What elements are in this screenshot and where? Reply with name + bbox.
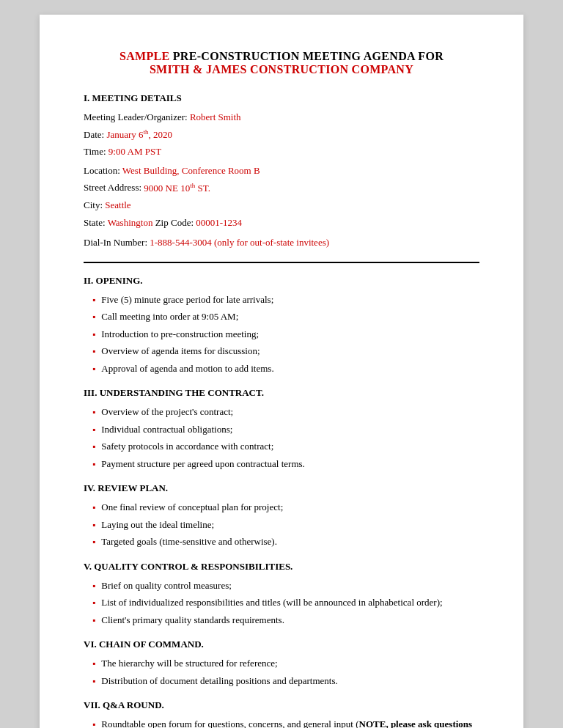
section-opening: II. OPENING. Five (5) minute grace perio…: [84, 275, 479, 376]
section-contract: III. UNDERSTANDING THE CONTRACT. Overvie…: [84, 387, 479, 471]
leader-field: Meeting Leader/Organizer: Robert Smith: [84, 110, 479, 125]
list-item: List of individualized responsibilities …: [92, 595, 479, 610]
dial-label: Dial-In Number:: [84, 237, 150, 248]
list-item: Distribution of document detailing posit…: [92, 674, 479, 688]
section2-heading: II. OPENING.: [84, 275, 479, 287]
list-item: Introduction to pre-construction meeting…: [92, 327, 479, 342]
list-item: Payment structure per agreed upon contra…: [92, 457, 479, 471]
section5-heading: V. QUALITY CONTROL & RESPONSIBILITIES.: [84, 561, 479, 573]
list-item: Laying out the ideal timeline;: [92, 518, 479, 532]
time-label: Time:: [84, 146, 108, 157]
state-label: State:: [84, 217, 108, 228]
sample-word: SAMPLE: [119, 50, 169, 62]
contract-list: Overview of the project's contract; Indi…: [84, 405, 479, 471]
section6-heading: VI. CHAIN OF COMMAND.: [84, 639, 479, 650]
chain-list: The hierarchy will be structured for ref…: [84, 656, 479, 688]
dial-value: 1-888-544-3004 (only for out-of-state in…: [150, 237, 329, 248]
dial-field: Dial-In Number: 1-888-544-3004 (only for…: [84, 235, 479, 250]
qa-text: Roundtable open forum for questions, con…: [101, 717, 479, 728]
section-divider: [84, 262, 479, 263]
title-rest-line1: PRE-CONSTRUCTION MEETING AGENDA FOR: [169, 50, 444, 62]
time-value: 9:00 AM PST: [108, 146, 161, 157]
section7-heading: VII. Q&A ROUND.: [84, 699, 479, 711]
city-field: City: Seattle: [84, 198, 479, 213]
list-item: Safety protocols in accordance with cont…: [92, 439, 479, 454]
section3-heading: III. UNDERSTANDING THE CONTRACT.: [84, 387, 479, 399]
state-zip-field: State: Washington Zip Code: 00001-1234: [84, 216, 479, 230]
city-label: City:: [84, 199, 105, 210]
list-item: Client's primary quality standards requi…: [92, 613, 479, 628]
date-label: Date:: [84, 129, 106, 140]
list-item: Individual contractual obligations;: [92, 422, 479, 437]
list-item: Five (5) minute grace period for late ar…: [92, 293, 479, 307]
leader-label: Meeting Leader/Organizer:: [84, 111, 190, 122]
date-value: January 6th, 2020: [106, 129, 172, 140]
document-page: SAMPLE PRE-CONSTRUCTION MEETING AGENDA F…: [40, 15, 523, 728]
list-item: One final review of conceptual plan for …: [92, 500, 479, 515]
location-label: Location:: [84, 165, 122, 176]
street-value: 9000 NE 10th ST.: [144, 183, 210, 194]
section4-heading: IV. REVIEW PLAN.: [84, 482, 479, 494]
title-block: SAMPLE PRE-CONSTRUCTION MEETING AGENDA F…: [84, 50, 479, 76]
list-item: Call meeting into order at 9:05 AM;: [92, 309, 479, 324]
location-field: Location: West Building, Conference Room…: [84, 163, 479, 178]
review-list: One final review of conceptual plan for …: [84, 500, 479, 549]
zip-value: 00001-1234: [196, 217, 242, 228]
state-value: Washington: [108, 217, 153, 228]
leader-value: Robert Smith: [190, 111, 241, 122]
title-line2: SMITH & JAMES CONSTRUCTION COMPANY: [84, 63, 479, 76]
time-field: Time: 9:00 AM PST: [84, 144, 479, 159]
list-item: Overview of agenda items for discussion;: [92, 344, 479, 359]
qa-list: Roundtable open forum for questions, con…: [84, 717, 479, 728]
title-line1: SAMPLE PRE-CONSTRUCTION MEETING AGENDA F…: [84, 50, 479, 63]
section-meeting-details: I. MEETING DETAILS Meeting Leader/Organi…: [84, 92, 479, 250]
street-label: Street Address:: [84, 183, 144, 194]
quality-list: Brief on quality control measures; List …: [84, 578, 479, 628]
list-item: The hierarchy will be structured for ref…: [92, 656, 479, 671]
opening-list: Five (5) minute grace period for late ar…: [84, 293, 479, 376]
section-quality-control: V. QUALITY CONTROL & RESPONSIBILITIES. B…: [84, 561, 479, 628]
section-qa-round: VII. Q&A ROUND. Roundtable open forum fo…: [84, 699, 479, 728]
section-chain-of-command: VI. CHAIN OF COMMAND. The hierarchy will…: [84, 639, 479, 688]
section1-heading: I. MEETING DETAILS: [84, 92, 479, 104]
zip-label: Zip Code:: [152, 217, 196, 228]
street-field: Street Address: 9000 NE 10th ST.: [84, 180, 479, 195]
list-item: Roundtable open forum for questions, con…: [92, 717, 479, 728]
list-item: Targeted goals (time-sensitive and other…: [92, 534, 479, 549]
list-item: Approval of agenda and motion to add ite…: [92, 361, 479, 376]
list-item: Brief on quality control measures;: [92, 578, 479, 593]
section-review-plan: IV. REVIEW PLAN. One final review of con…: [84, 482, 479, 549]
city-value: Seattle: [105, 199, 130, 210]
location-value: West Building, Conference Room B: [122, 165, 260, 176]
list-item: Overview of the project's contract;: [92, 405, 479, 419]
date-field: Date: January 6th, 2020: [84, 128, 479, 142]
